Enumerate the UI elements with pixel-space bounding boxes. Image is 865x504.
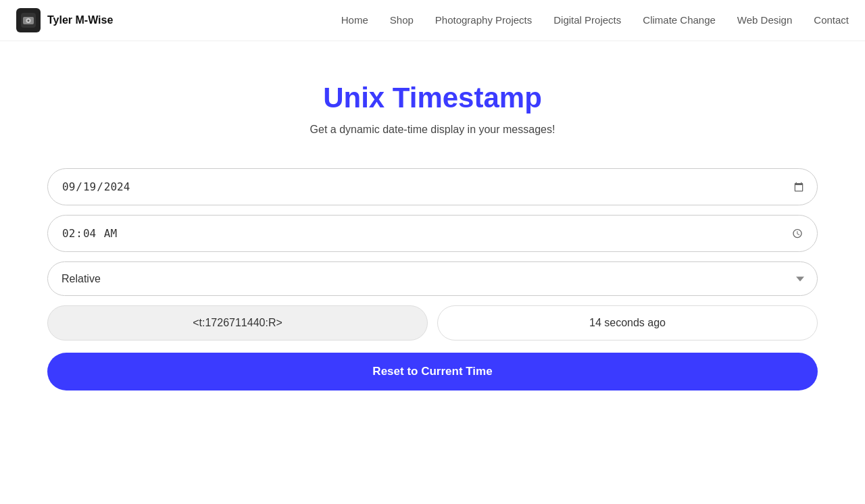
nav-item-photography[interactable]: Photography Projects xyxy=(435,14,532,26)
preview-box: 14 seconds ago xyxy=(437,305,818,341)
page-title: Unix Timestamp xyxy=(323,82,542,114)
nav-link-shop[interactable]: Shop xyxy=(390,14,414,26)
nav-link-photography[interactable]: Photography Projects xyxy=(435,14,532,26)
nav-item-digital[interactable]: Digital Projects xyxy=(553,14,621,26)
nav-link-climate[interactable]: Climate Change xyxy=(643,14,716,26)
format-select[interactable]: Relative Short Date Long Date Full Date/… xyxy=(47,261,818,296)
brand-logo xyxy=(16,8,41,32)
brand-name: Tyler M-Wise xyxy=(47,14,113,26)
page-subtitle: Get a dynamic date-time display in your … xyxy=(310,124,555,136)
nav-item-shop[interactable]: Shop xyxy=(390,14,414,26)
date-input-wrapper xyxy=(47,168,818,205)
svg-point-3 xyxy=(28,20,30,22)
nav-link-digital[interactable]: Digital Projects xyxy=(553,14,621,26)
navbar: Tyler M-Wise Home Shop Photography Proje… xyxy=(0,0,865,41)
output-row: <t:1726711440:R> 14 seconds ago xyxy=(47,305,818,341)
timestamp-code-box: <t:1726711440:R> xyxy=(47,305,428,341)
date-input[interactable] xyxy=(47,168,818,205)
nav-links: Home Shop Photography Projects Digital P… xyxy=(341,14,849,26)
nav-item-home[interactable]: Home xyxy=(341,14,368,26)
nav-link-contact[interactable]: Contact xyxy=(814,14,849,26)
time-input[interactable] xyxy=(47,215,818,252)
nav-item-climate[interactable]: Climate Change xyxy=(643,14,716,26)
time-input-wrapper xyxy=(47,215,818,252)
nav-link-home[interactable]: Home xyxy=(341,14,368,26)
main-content: Unix Timestamp Get a dynamic date-time d… xyxy=(0,41,865,390)
reset-button[interactable]: Reset to Current Time xyxy=(47,353,818,390)
nav-link-webdesign[interactable]: Web Design xyxy=(737,14,792,26)
form-container: Relative Short Date Long Date Full Date/… xyxy=(47,168,818,390)
brand: Tyler M-Wise xyxy=(16,8,113,32)
nav-item-contact[interactable]: Contact xyxy=(814,14,849,26)
nav-item-webdesign[interactable]: Web Design xyxy=(737,14,792,26)
format-select-wrapper: Relative Short Date Long Date Full Date/… xyxy=(47,261,818,296)
